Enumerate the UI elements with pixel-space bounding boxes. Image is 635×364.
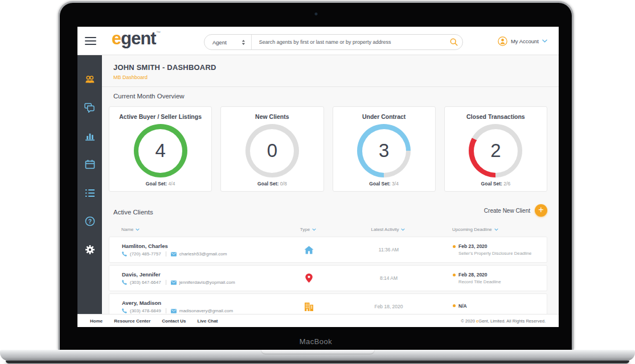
goal-label: Goal Set: bbox=[257, 181, 278, 187]
section-title: Current Month Overview bbox=[113, 93, 185, 100]
goal-value: 0/8 bbox=[280, 181, 287, 187]
column-header-type[interactable]: Type bbox=[292, 227, 324, 232]
building-icon bbox=[304, 303, 314, 311]
column-label: Type bbox=[300, 227, 310, 232]
progress-ring: 4 bbox=[134, 124, 187, 177]
stat-card-title: New Clients bbox=[255, 113, 289, 120]
latest-activity: 8:14 AM bbox=[325, 275, 453, 281]
column-header-name[interactable]: Name bbox=[109, 227, 292, 232]
client-email[interactable]: madisonavery@gmail.com bbox=[179, 308, 233, 313]
goal-label: Goal Set: bbox=[146, 181, 167, 187]
stat-card-new-clients: New Clients 0 Goal Set: 0/8 bbox=[220, 106, 323, 192]
chat-icon bbox=[84, 103, 95, 113]
my-account-menu[interactable]: My Account bbox=[498, 34, 547, 48]
column-header-upcoming-deadline[interactable]: Upcoming Deadline bbox=[452, 227, 547, 232]
create-new-client-button[interactable]: Create New Client + bbox=[484, 204, 547, 217]
deadline-dot bbox=[453, 245, 456, 248]
laptop-notch bbox=[261, 350, 375, 354]
client-email[interactable]: charlesh53@gmail.com bbox=[179, 251, 227, 257]
sort-chevron-icon bbox=[312, 228, 316, 231]
phone-icon bbox=[122, 308, 127, 313]
my-account-label: My Account bbox=[511, 38, 539, 44]
stat-card-listings: Active Buyer / Seller Listings 4 Goal Se… bbox=[109, 106, 212, 192]
deadline-dot bbox=[453, 304, 456, 307]
contact-divider bbox=[166, 251, 166, 257]
create-new-client-label: Create New Client bbox=[484, 208, 530, 214]
client-email[interactable]: jenniferdavis@yopmail.com bbox=[179, 280, 235, 285]
deadline-label: Record Title Deadline bbox=[453, 279, 547, 284]
footer-link-home[interactable]: Home bbox=[90, 318, 103, 324]
sidebar-item-tasks[interactable] bbox=[77, 179, 102, 207]
table-header: Name Type Latest Activity Upcoming Deadl… bbox=[109, 227, 547, 232]
chevron-down-icon bbox=[542, 39, 547, 43]
stat-value: 4 bbox=[155, 140, 165, 162]
user-avatar-icon bbox=[498, 36, 507, 46]
footer-link-contact-us[interactable]: Contact Us bbox=[162, 318, 186, 324]
stat-card-title: Active Buyer / Seller Listings bbox=[119, 113, 202, 120]
users-icon bbox=[84, 75, 96, 84]
sidebar-item-help[interactable]: ? bbox=[77, 207, 102, 235]
latest-activity: Feb 18, 2020 bbox=[325, 304, 453, 309]
search-category-select[interactable]: Agent bbox=[204, 35, 251, 49]
app-header: egent™ Agent bbox=[77, 27, 559, 55]
goal-label: Goal Set: bbox=[369, 181, 390, 187]
deadline-label: Seller's Property Disclosure Deadline bbox=[453, 251, 547, 256]
table-row[interactable]: Davis, Jennifer (303) 647-6647 jenniferd… bbox=[109, 265, 547, 291]
sidebar-item-calendar[interactable] bbox=[77, 150, 102, 179]
client-phone: (720) 485-7757 bbox=[130, 251, 161, 257]
active-clients-heading: Active Clients bbox=[113, 209, 153, 216]
sidebar-item-clients[interactable] bbox=[77, 65, 102, 93]
latest-activity: 11:36 AM bbox=[325, 247, 453, 253]
laptop-bezel: egent™ Agent bbox=[58, 1, 573, 350]
client-name: Hamliton, Charles bbox=[122, 243, 293, 249]
goal-value: 2/6 bbox=[503, 181, 510, 187]
sidebar-item-messages[interactable] bbox=[77, 93, 102, 122]
bar-chart-icon bbox=[85, 131, 95, 141]
page-title: JOHN SMITH - DASHBOARD bbox=[113, 63, 216, 72]
deadline-dot bbox=[453, 274, 456, 276]
app-logo[interactable]: egent™ bbox=[112, 28, 161, 49]
map-pin-icon bbox=[305, 274, 313, 283]
footer-link-live-chat[interactable]: Live Chat bbox=[198, 318, 218, 324]
phone-icon bbox=[122, 280, 127, 285]
stat-card-closed: Closed Transactions 2 Goal Set: 2/6 bbox=[444, 106, 547, 192]
search-input[interactable] bbox=[252, 39, 445, 45]
email-icon bbox=[171, 252, 177, 257]
hamburger-menu-icon[interactable] bbox=[85, 37, 96, 45]
copyright: © 2020 eGent, Limited. All Rights Reserv… bbox=[461, 318, 546, 324]
search-category-value: Agent bbox=[212, 39, 227, 46]
sidebar-item-reports[interactable] bbox=[77, 122, 102, 150]
webcam-dot bbox=[314, 13, 317, 15]
footer-link-resource-center[interactable]: Resource Center bbox=[114, 318, 150, 324]
app-screen: egent™ Agent bbox=[77, 27, 559, 327]
progress-ring: 0 bbox=[245, 124, 299, 177]
goal-value: 3/4 bbox=[392, 181, 399, 187]
table-row[interactable]: Hamliton, Charles (720) 485-7757 charles… bbox=[109, 237, 547, 263]
stat-card-title: Closed Transactions bbox=[466, 113, 525, 120]
deadline-date: Feb 23, 2020 bbox=[458, 243, 487, 249]
logo-trademark: ™ bbox=[156, 30, 161, 35]
logo-e: e bbox=[112, 28, 121, 48]
sidebar-item-settings[interactable] bbox=[77, 235, 102, 264]
deadline-date: N/A bbox=[458, 303, 467, 309]
column-label: Latest Activity bbox=[371, 227, 399, 232]
deadline-date: Feb 28, 2020 bbox=[458, 272, 487, 278]
help-icon: ? bbox=[85, 216, 95, 226]
column-header-latest-activity[interactable]: Latest Activity bbox=[324, 227, 452, 232]
macbook-mockup: egent™ Agent bbox=[0, 0, 635, 364]
logo-rest: gent bbox=[121, 28, 155, 48]
search-button[interactable] bbox=[445, 35, 462, 49]
progress-ring: 3 bbox=[357, 124, 411, 177]
house-icon bbox=[304, 246, 314, 254]
copyright-rights: All Rights Reserved. bbox=[506, 318, 546, 324]
contact-divider bbox=[166, 308, 166, 313]
breadcrumb[interactable]: MB Dashboard bbox=[113, 75, 148, 80]
macbook-label: MacBook bbox=[60, 337, 572, 346]
copyright-prefix: © 2020 bbox=[461, 318, 476, 324]
sort-chevron-icon bbox=[136, 228, 140, 231]
divider bbox=[102, 86, 559, 87]
goal-text: Goal Set: 4/4 bbox=[146, 181, 175, 187]
client-table: Hamliton, Charles (720) 485-7757 charles… bbox=[109, 237, 547, 318]
client-phone: (303) 478-6849 bbox=[130, 308, 161, 313]
laptop-base-edge bbox=[6, 361, 629, 363]
